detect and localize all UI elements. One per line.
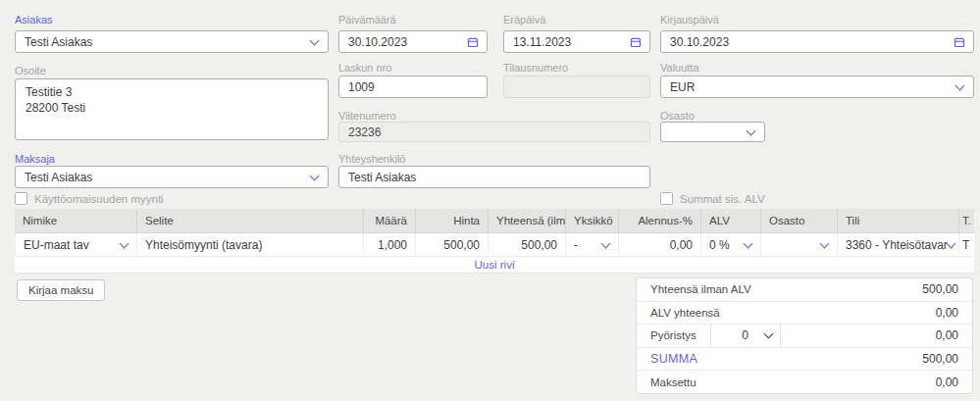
chevron-down-icon (601, 238, 611, 248)
calendar-icon[interactable] (954, 36, 965, 51)
customer-select[interactable]: Testi Asiakas (15, 30, 329, 53)
sum-label: SUMMA (650, 352, 697, 366)
payer-select-value: Testi Asiakas (25, 171, 92, 184)
yksikko-value: - (574, 238, 578, 252)
date-label: Päivämäärä (338, 14, 396, 25)
col-header-selite: Selite (136, 209, 363, 233)
col-header-yhteensa: Yhteensä (ilman ... (488, 209, 565, 233)
invoice-number-label: Laskun nro (338, 62, 391, 74)
customer-label: Asiakas (15, 14, 53, 25)
entry-date-value: 30.10.2023 (670, 35, 729, 49)
cell-nimike-select[interactable]: EU-maat tav (15, 233, 136, 257)
rounding-select-value: 0 (742, 328, 748, 342)
cell-hinta[interactable]: 500,00 (415, 233, 488, 257)
cell-selite[interactable]: Yhteisömyynti (tavara) (136, 233, 363, 257)
totals-card: Yhteensä ilman ALV 500,00 ALV yhteensä 0… (636, 277, 973, 394)
rounding-value: 0,00 (936, 328, 958, 342)
checkbox-icon[interactable] (660, 192, 673, 205)
col-header-alv: ALV (700, 209, 760, 233)
date-value: 30.10.2023 (348, 35, 407, 49)
col-header-t: T. (958, 209, 974, 233)
invoice-form: Asiakas Testi Asiakas Päivämäärä 30.10.2… (0, 0, 980, 401)
amounts-incl-vat-checkbox[interactable]: Summat sis. ALV (660, 192, 765, 205)
chevron-down-icon (955, 80, 965, 90)
reference-number-label: Viitenumero (338, 110, 396, 122)
table-footer: Uusi rivi (15, 257, 974, 274)
payer-label: Maksaja (15, 153, 55, 165)
checkbox-icon[interactable] (15, 192, 27, 205)
tili-value: 3360 - Yhteisötavaramyynti mu (846, 238, 948, 252)
cell-yhteensa: 500,00 (488, 233, 565, 257)
contact-person-label: Yhteyshenkilö (338, 153, 406, 165)
address-textarea[interactable]: Testitie 3 28200 Testi (15, 78, 329, 140)
order-number-label: Tilausnumero (503, 62, 568, 74)
fixed-asset-sale-label: Käyttöomaisuuden myynti (34, 193, 164, 205)
address-label: Osoite (15, 65, 46, 76)
fixed-asset-sale-checkbox[interactable]: Käyttöomaisuuden myynti (15, 192, 164, 205)
paid-value: 0,00 (936, 376, 958, 389)
col-header-osasto: Osasto (760, 209, 837, 233)
paid-row: Maksettu 0,00 (637, 370, 972, 393)
col-header-nimike: Nimike (15, 209, 136, 233)
rounding-label: Pyöristys (650, 329, 696, 341)
nimike-value: EU-maat tav (24, 238, 89, 252)
date-input[interactable]: 30.10.2023 (338, 30, 488, 53)
order-number-input[interactable] (503, 75, 650, 98)
total-excl-vat-label: Yhteensä ilman ALV (650, 283, 751, 295)
chevron-down-icon (763, 329, 773, 339)
chevron-down-icon (744, 238, 753, 248)
due-date-input[interactable]: 13.11.2023 (503, 30, 650, 53)
rounding-row: Pyöristys 0 0,00 (637, 324, 972, 347)
cell-osasto-select[interactable] (760, 233, 837, 257)
vat-total-value: 0,00 (936, 306, 958, 320)
currency-select[interactable]: EUR (660, 75, 974, 98)
paid-label: Maksettu (650, 376, 696, 388)
record-payment-button[interactable]: Kirjaa maksu (17, 279, 105, 301)
cell-maara[interactable]: 1,000 (363, 233, 415, 257)
calendar-icon[interactable] (467, 36, 479, 51)
department-label: Osasto (660, 110, 695, 122)
invoice-number-input[interactable] (338, 75, 488, 98)
sum-row: SUMMA 500,00 (637, 347, 972, 371)
chevron-down-icon (820, 238, 830, 248)
rounding-select[interactable]: 0 (710, 325, 781, 347)
contact-person-input[interactable] (338, 166, 650, 188)
total-excl-vat-value: 500,00 (922, 282, 958, 296)
reference-number-input[interactable] (338, 122, 650, 142)
calendar-icon[interactable] (630, 36, 642, 51)
chevron-down-icon (310, 171, 320, 180)
col-header-alennus: Alennus-% (618, 209, 700, 233)
cell-t: T (958, 233, 974, 257)
chevron-down-icon (120, 238, 129, 248)
col-header-hinta: Hinta (415, 209, 488, 233)
chevron-down-icon (947, 238, 956, 248)
chevron-down-icon (310, 35, 320, 45)
currency-select-value: EUR (670, 80, 695, 94)
cell-alennus[interactable]: 0,00 (618, 233, 700, 257)
due-date-value: 13.11.2023 (513, 35, 571, 49)
col-header-maara: Määrä (363, 209, 415, 233)
total-excl-vat-row: Yhteensä ilman ALV 500,00 (637, 278, 972, 301)
amounts-incl-vat-label: Summat sis. ALV (680, 193, 765, 205)
currency-label: Valuutta (660, 62, 699, 74)
due-date-label: Eräpäivä (503, 14, 545, 25)
new-row-link[interactable]: Uusi rivi (475, 259, 515, 271)
invoice-lines-table: Nimike Selite Määrä Hinta Yhteensä (ilma… (15, 209, 974, 274)
sum-value: 500,00 (922, 352, 958, 366)
payer-select[interactable]: Testi Asiakas (15, 166, 329, 188)
col-header-yksikko: Yksikkö (565, 209, 618, 233)
cell-tili-select[interactable]: 3360 - Yhteisötavaramyynti mu (837, 233, 958, 257)
alv-value: 0 % (709, 238, 730, 252)
entry-date-label: Kirjauspäivä (660, 14, 719, 25)
department-select[interactable] (660, 122, 765, 142)
cell-alv-select[interactable]: 0 % (700, 233, 760, 257)
vat-total-row: ALV yhteensä 0,00 (637, 301, 972, 325)
cell-yksikko-select[interactable]: - (565, 233, 618, 257)
col-header-tili: Tili (837, 209, 958, 233)
entry-date-input[interactable]: 30.10.2023 (660, 30, 974, 53)
customer-select-value: Testi Asiakas (25, 35, 92, 49)
chevron-down-icon (747, 125, 756, 135)
vat-total-label: ALV yhteensä (650, 307, 720, 319)
